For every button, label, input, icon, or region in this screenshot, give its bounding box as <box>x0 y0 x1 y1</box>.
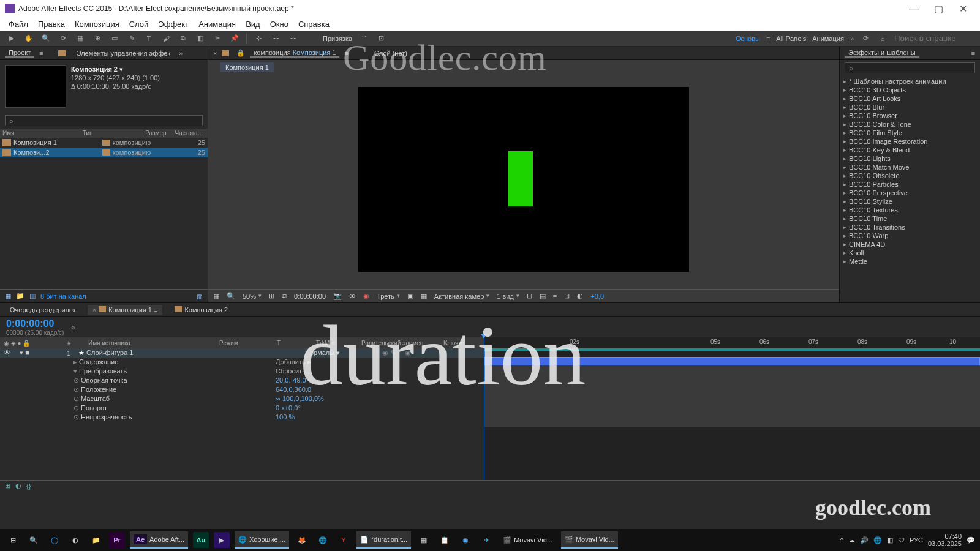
viewer-lock-icon[interactable]: 🔒 <box>236 49 245 57</box>
tab-effects-presets[interactable]: Эффекты и шаблоны <box>845 49 919 58</box>
interpret-footage-icon[interactable]: ▦ <box>5 292 11 300</box>
col-freq[interactable]: Частота... <box>167 130 205 137</box>
work-area-bar[interactable] <box>484 348 980 351</box>
taskbar-app-chrome[interactable]: 🌐Хорошие ... <box>235 531 289 549</box>
tab-timeline-comp1[interactable]: ×Композиция 1 ≡ <box>88 305 163 315</box>
menu-layer[interactable]: Слой <box>129 20 149 29</box>
toggle-alpha-icon[interactable]: ▦ <box>213 292 219 300</box>
effects-category-item[interactable]: BCC10 Stylize <box>843 197 976 206</box>
transform-property-row[interactable]: Непрозрачность100 % <box>0 413 484 422</box>
magnify-icon[interactable]: 🔍 <box>227 292 235 300</box>
shape-layer-preview[interactable] <box>508 151 533 206</box>
brush-tool-icon[interactable]: 🖌 <box>160 33 172 44</box>
pan-behind-tool-icon[interactable]: ⊕ <box>92 33 103 44</box>
bit-depth-button[interactable]: 8 бит на канал <box>40 293 86 300</box>
cortana-icon[interactable]: ◯ <box>47 532 62 548</box>
effect-controls-overflow-icon[interactable]: » <box>179 50 183 57</box>
task-view-icon[interactable]: ◐ <box>67 532 83 548</box>
effects-category-item[interactable]: BCC10 Transitions <box>843 223 976 231</box>
local-axis-icon[interactable]: ⊹ <box>253 33 264 44</box>
snapping-toggle[interactable]: Привязка <box>323 35 352 42</box>
workspace-animation[interactable]: Анимация <box>812 35 844 42</box>
views-dropdown[interactable]: 1 вид <box>497 293 519 300</box>
tab-timeline-comp2[interactable]: Композиция 2 <box>170 305 233 315</box>
effects-category-item[interactable]: BCC10 3D Objects <box>843 86 976 94</box>
reset-exposure-icon[interactable]: ◐ <box>577 292 583 300</box>
timeline-search-icon[interactable]: ⌕ <box>71 323 75 331</box>
help-search-input[interactable] <box>894 34 974 43</box>
roi-icon[interactable]: ▣ <box>407 292 413 300</box>
close-button[interactable]: ✕ <box>951 3 975 15</box>
world-axis-icon[interactable]: ⊹ <box>270 33 281 44</box>
effects-category-item[interactable]: BCC10 Lights <box>843 154 976 163</box>
roto-tool-icon[interactable]: ✂ <box>212 33 223 44</box>
pixel-aspect-icon[interactable]: ⊟ <box>527 292 532 300</box>
language-indicator[interactable]: РУС <box>910 536 923 544</box>
edge-icon[interactable]: 🌐 <box>315 532 331 548</box>
rotate-tool-icon[interactable]: ⟳ <box>58 33 69 44</box>
col-name[interactable]: Имя <box>2 130 83 137</box>
menu-window[interactable]: Окно <box>270 20 288 29</box>
sync-settings-icon[interactable]: ⟳ <box>860 33 871 44</box>
transform-group[interactable]: Преобразовать <box>74 367 276 375</box>
timeline-icon[interactable]: ≡ <box>553 293 557 300</box>
view-axis-icon[interactable]: ⊹ <box>287 33 298 44</box>
taskbar-app-ae[interactable]: AeAdobe Aft... <box>130 531 188 549</box>
show-snapshot-icon[interactable]: 👁 <box>349 293 356 300</box>
effects-category-item[interactable]: BCC10 Warp <box>843 231 976 240</box>
effects-category-item[interactable]: BCC10 Textures <box>843 206 976 214</box>
effects-category-item[interactable]: BCC10 Image Restoration <box>843 137 976 146</box>
project-search-input[interactable]: ⌕ <box>5 115 203 126</box>
viewer-tab-close-icon[interactable]: × <box>213 50 217 57</box>
yandex-icon[interactable]: Y <box>336 532 352 548</box>
toggle-switches-icon[interactable]: ⊞ <box>5 482 10 490</box>
project-tab-menu-icon[interactable]: ≡ <box>39 50 43 57</box>
col-size[interactable]: Размер <box>137 130 167 137</box>
transform-property-row[interactable]: Положение640,0,360,0 <box>0 385 484 394</box>
property-value[interactable]: 0 x+0,0° <box>276 404 301 412</box>
file-explorer-icon[interactable]: 📁 <box>88 532 104 548</box>
tab-render-queue[interactable]: Очередь рендеринга <box>5 305 80 315</box>
effects-category-item[interactable]: BCC10 Particles <box>843 180 976 189</box>
workspace-all-panels[interactable]: All Panels <box>776 35 806 42</box>
effects-category-item[interactable]: BCC10 Match Move <box>843 163 976 171</box>
property-value[interactable]: 640,0,360,0 <box>276 386 311 394</box>
property-value[interactable]: 100 % <box>276 413 295 421</box>
transparency-grid-icon[interactable]: ▦ <box>421 292 427 300</box>
camera-tool-icon[interactable]: ▦ <box>75 33 86 44</box>
effects-search-input[interactable]: ⌕ <box>845 62 975 73</box>
zoom-dropdown[interactable]: 50% <box>243 293 262 300</box>
current-time-indicator[interactable]: 0:00:00:00 <box>6 318 64 329</box>
resolution-dropdown[interactable]: Треть <box>377 293 400 300</box>
col-trkmat[interactable]: TrkMat <box>316 340 353 347</box>
effects-category-item[interactable]: BCC10 Key & Blend <box>843 146 976 154</box>
flowchart-icon[interactable]: ⊞ <box>564 292 570 300</box>
effects-category-item[interactable]: Knoll <box>843 249 976 257</box>
text-tool-icon[interactable]: T <box>143 33 154 44</box>
system-clock[interactable]: 07:40 03.03.2025 <box>928 533 962 547</box>
menu-edit[interactable]: Правка <box>38 20 65 29</box>
project-item[interactable]: Композиция 1 композицию 25 <box>0 138 208 148</box>
workspace-overflow-icon[interactable]: » <box>850 35 854 42</box>
snap-opt2-icon[interactable]: ⊡ <box>375 33 386 44</box>
firefox-icon[interactable]: 🦊 <box>294 532 310 548</box>
hand-tool-icon[interactable]: ✋ <box>23 33 34 44</box>
selection-tool-icon[interactable]: ▶ <box>6 33 17 44</box>
project-column-headers[interactable]: Имя Тип Размер Частота... <box>0 129 208 138</box>
tray-chevron-icon[interactable]: ^ <box>840 536 843 544</box>
transform-property-row[interactable]: Поворот0 x+0,0° <box>0 403 484 413</box>
effects-category-item[interactable]: BCC10 Browser <box>843 111 976 120</box>
new-comp-icon[interactable]: ▥ <box>29 292 36 300</box>
fast-previews-icon[interactable]: ▤ <box>540 292 546 300</box>
workspace-essentials[interactable]: Основы <box>736 35 760 42</box>
3d-view-dropdown[interactable]: Активная камер <box>434 293 489 300</box>
effects-category-item[interactable]: BCC10 Time <box>843 214 976 223</box>
col-mode[interactable]: Режим <box>219 340 268 347</box>
audition-icon[interactable]: Au <box>193 532 209 548</box>
snap-opt-icon[interactable]: ∷ <box>358 33 369 44</box>
search-button[interactable]: 🔍 <box>26 532 42 548</box>
start-button[interactable]: ⊞ <box>5 532 21 548</box>
delete-icon[interactable]: 🗑 <box>196 293 203 300</box>
taskbar-app-movavi1[interactable]: 🎬Movavi Vid... <box>499 531 556 549</box>
blend-mode-dropdown[interactable]: Нормалы <box>305 349 334 356</box>
